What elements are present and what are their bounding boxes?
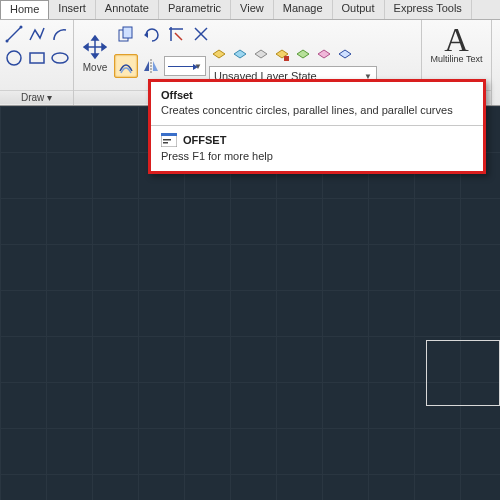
circle-icon [4,48,24,68]
layer-lock-icon [274,48,290,64]
offset-icon [117,57,135,75]
rectangle-tool[interactable] [26,46,48,70]
polyline-tool[interactable] [26,22,48,46]
tab-view[interactable]: View [231,0,274,19]
tab-manage[interactable]: Manage [274,0,333,19]
svg-marker-22 [153,61,158,71]
panel-draw: Draw ▾ [0,20,74,105]
line-icon [4,24,24,44]
layer-match-icon [295,48,311,64]
layer-tool-4[interactable] [272,46,292,66]
layer-tool-6[interactable] [314,46,334,66]
tooltip-command: OFFSET [161,133,473,147]
move-label: Move [83,61,107,74]
layer-icon [211,48,227,64]
arc-tool[interactable] [49,22,71,46]
rectangle-icon [27,48,47,68]
tab-output[interactable]: Output [333,0,385,19]
svg-rect-27 [284,56,289,61]
layer-tool-2[interactable] [230,46,250,66]
layer-tool-1[interactable] [209,46,229,66]
svg-line-17 [175,33,182,40]
svg-point-3 [7,51,21,65]
rotate-tool[interactable] [139,22,163,46]
copy-icon [117,25,135,43]
circle-tool[interactable] [3,46,25,70]
tab-express-tools[interactable]: Express Tools [385,0,472,19]
svg-marker-24 [234,50,246,58]
arc-icon [50,24,70,44]
svg-marker-30 [339,50,351,58]
svg-point-2 [20,26,23,29]
line-tool[interactable] [3,22,25,46]
tab-parametric[interactable]: Parametric [159,0,231,19]
svg-point-1 [6,40,9,43]
svg-rect-33 [163,139,171,141]
move-icon [83,35,107,59]
extend-icon [192,25,210,43]
tooltip-title: Offset [161,89,473,101]
dash-line-icon [168,66,194,67]
rotate-icon [142,25,160,43]
svg-marker-11 [102,44,106,50]
panel-draw-title[interactable]: Draw ▾ [0,90,73,104]
extend-tool[interactable] [189,22,213,46]
layer-freeze-icon [232,48,248,64]
svg-marker-8 [92,36,98,40]
svg-marker-9 [92,54,98,58]
ribbon-tabs: Home Insert Annotate Parametric View Man… [0,0,500,20]
trim-tool[interactable] [164,22,188,46]
svg-rect-32 [161,133,177,136]
svg-marker-28 [297,50,309,58]
ellipse-icon [50,48,70,68]
svg-marker-23 [213,50,225,58]
command-window-icon [161,133,177,147]
layer-iso-icon [316,48,332,64]
multiline-text-label: Multiline Text [431,54,483,64]
tooltip-description: Creates concentric circles, parallel lin… [161,104,473,116]
svg-point-5 [52,53,68,63]
layer-prev-icon [337,48,353,64]
tooltip-help: Press F1 for more help [161,150,473,162]
svg-rect-13 [123,27,132,38]
trim-icon [167,25,185,43]
svg-marker-10 [84,44,88,50]
svg-marker-21 [144,61,149,71]
linetype-combo[interactable]: ▼ [164,56,206,76]
copy-tool[interactable] [114,22,138,46]
svg-rect-4 [30,53,44,63]
layer-tool-7[interactable] [335,46,355,66]
tab-annotate[interactable]: Annotate [96,0,159,19]
ellipse-tool[interactable] [49,46,71,70]
layer-tool-5[interactable] [293,46,313,66]
offset-tooltip: Offset Creates concentric circles, paral… [148,79,486,174]
svg-marker-29 [318,50,330,58]
svg-rect-34 [163,142,168,144]
tab-insert[interactable]: Insert [49,0,96,19]
tab-home[interactable]: Home [0,0,49,19]
layer-tool-3[interactable] [251,46,271,66]
svg-marker-25 [255,50,267,58]
mirror-tool[interactable] [139,54,163,78]
move-tool[interactable]: Move [77,34,113,74]
polyline-icon [27,24,47,44]
mirror-icon [142,57,160,75]
svg-line-0 [7,27,21,41]
multiline-text-tool[interactable]: A [444,26,469,54]
layer-off-icon [253,48,269,64]
selection-rectangle [426,340,500,406]
offset-tool[interactable] [114,54,138,78]
